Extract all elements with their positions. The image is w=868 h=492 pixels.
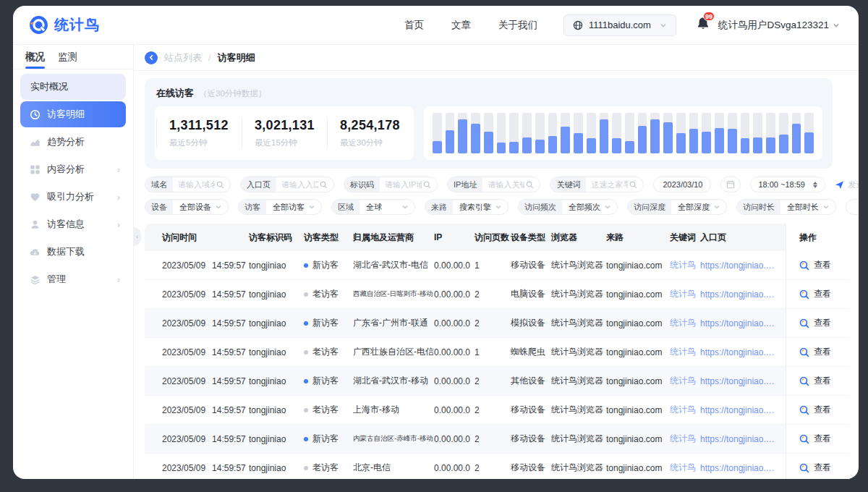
- device-type: 移动设备: [511, 433, 551, 445]
- sidebar-item-吸引力分析[interactable]: 吸引力分析 ›: [20, 184, 126, 210]
- filter-关键词[interactable]: 关键词 送速之家早的...: [550, 177, 644, 192]
- entry-page-link[interactable]: https://tongjiniao.12...: [700, 376, 786, 386]
- filter-入口页[interactable]: 入口页 请输入入口页网址: [240, 177, 334, 192]
- sidebar-item-数据下载[interactable]: 数据下载: [20, 239, 126, 265]
- filter-设备[interactable]: 设备 全部设备: [145, 199, 229, 215]
- filter-标识码[interactable]: 标识码 请输入IP地址: [344, 177, 438, 192]
- view-button[interactable]: 查看: [786, 454, 850, 479]
- user-menu[interactable]: 统计鸟用户DSvga123321: [718, 19, 840, 32]
- page-count: 2: [475, 289, 511, 300]
- stat-value: 1,311,512: [169, 118, 242, 133]
- view-button[interactable]: 查看: [786, 280, 850, 308]
- view-button[interactable]: 查看: [786, 338, 850, 366]
- time-range-input[interactable]: 18:00 ~18:59: [750, 177, 825, 192]
- sidebar-tab[interactable]: 概况: [25, 45, 45, 69]
- sidebar-item-实时概况[interactable]: 实时概况: [20, 74, 126, 100]
- chart-bar: [484, 113, 493, 153]
- referrer: tongjiniao.com: [606, 260, 670, 271]
- ip: 0.00.00.0: [434, 376, 475, 386]
- visitor-type: 老访客: [304, 404, 353, 416]
- site-selector[interactable]: 1111baidu.com: [563, 14, 676, 36]
- entry-page-link[interactable]: https://tongjiniao.12...: [700, 318, 786, 328]
- device-type: 移动设备: [511, 462, 551, 474]
- sidebar-item-趋势分析[interactable]: 趋势分析: [20, 129, 126, 155]
- table-row: 2023/05/0914:59:57 tongjiniao 老访客 广西壮族自治…: [145, 338, 850, 367]
- filter-IP地址[interactable]: IP地址 请输入关键词: [447, 177, 540, 192]
- chart-bar: [779, 113, 788, 153]
- type-dot-icon: [304, 350, 308, 355]
- device-type: 电脑设备: [511, 288, 551, 300]
- page-count: 2: [475, 463, 511, 473]
- keyword-link[interactable]: 统计鸟: [670, 288, 700, 300]
- online-stat: 8,254,178 最近30分钟: [327, 118, 412, 148]
- magnifier-icon: [799, 347, 809, 357]
- notification-bell[interactable]: 99: [697, 17, 710, 33]
- sidebar-item-管理[interactable]: 管理 ›: [20, 266, 126, 292]
- visitor-type: 老访客: [304, 462, 353, 474]
- entry-page-link[interactable]: https://tongjiniao.12...: [700, 347, 786, 357]
- stat-value: 3,021,131: [255, 118, 327, 133]
- view-button[interactable]: 查看: [786, 309, 850, 337]
- entry-page-link[interactable]: https://tongjiniao.12...: [700, 434, 786, 444]
- keyword-link[interactable]: 统计鸟: [670, 404, 700, 416]
- visitor-id: tongjiniao: [249, 463, 304, 473]
- chart-bar: [522, 113, 532, 153]
- keyword-link[interactable]: 统计鸟: [670, 259, 700, 271]
- filter-访问深度[interactable]: 访问深度 全部深度: [627, 199, 727, 215]
- chart-bar: [625, 113, 634, 153]
- sidebar-tab[interactable]: 监测: [58, 45, 77, 69]
- spinner-icon: [813, 182, 817, 188]
- chart-bar: [753, 113, 762, 153]
- chart-bar: [715, 113, 724, 153]
- keyword-link[interactable]: 统计鸟: [670, 462, 700, 474]
- table-row: 2023/05/0914:59:57 tongjiniao 新访客 内蒙古自治区…: [145, 425, 850, 454]
- send-button[interactable]: 发送: [835, 179, 859, 190]
- sidebar-item-访客信息[interactable]: 访客信息 ›: [20, 211, 126, 237]
- browser: 统计鸟浏览器: [551, 404, 606, 416]
- entry-page-link[interactable]: https://tongjiniao.12...: [700, 463, 786, 473]
- chart-bar: [804, 113, 814, 153]
- filter-访问频次[interactable]: 访问频次 全部频次: [518, 199, 618, 215]
- view-button[interactable]: 查看: [786, 367, 850, 395]
- reset-button[interactable]: 重置: [846, 199, 859, 215]
- nav-link[interactable]: 首页: [404, 19, 424, 32]
- page-title: 访客明细: [218, 51, 255, 64]
- logo-text: 统计鸟: [54, 15, 100, 35]
- view-button[interactable]: 查看: [786, 251, 850, 279]
- breadcrumb-site-list[interactable]: 站点列表: [164, 51, 202, 64]
- view-button[interactable]: 查看: [786, 396, 850, 424]
- filter-访客[interactable]: 访客 全部访客: [238, 199, 322, 215]
- entry-page-link[interactable]: https://tongjiniao.12...: [700, 289, 786, 300]
- entry-page-link[interactable]: https://tongjiniao.12...: [700, 260, 786, 271]
- chart-bar: [663, 113, 673, 153]
- chevron-down-icon: [713, 203, 720, 211]
- filter-来路[interactable]: 来路 搜索引擎: [425, 199, 509, 215]
- logo[interactable]: 统计鸟: [29, 15, 100, 35]
- keyword-link[interactable]: 统计鸟: [670, 375, 700, 387]
- sidebar-item-访客明细[interactable]: 访客明细: [20, 101, 126, 127]
- date-input[interactable]: 2023/03/10: [653, 177, 711, 192]
- ip: 0.00.00.0: [434, 318, 475, 328]
- view-button[interactable]: 查看: [786, 425, 850, 453]
- device-type: 移动设备: [511, 404, 551, 416]
- keyword-link[interactable]: 统计鸟: [670, 317, 700, 329]
- visitor-id: tongjiniao: [249, 289, 304, 300]
- filter-访问时长[interactable]: 访问时长 全部时长: [736, 199, 836, 215]
- page-count: 2: [475, 434, 511, 444]
- nav-link[interactable]: 关于我们: [498, 19, 537, 32]
- calendar-button[interactable]: [720, 177, 741, 192]
- search-icon: [526, 181, 534, 189]
- back-button[interactable]: [145, 51, 158, 64]
- visitor-id: tongjiniao: [249, 434, 304, 444]
- filter-区域[interactable]: 区域 全球: [331, 199, 415, 215]
- search-icon: [320, 181, 328, 189]
- keyword-link[interactable]: 统计鸟: [670, 433, 700, 445]
- filter-域名[interactable]: 域名 请输入域名: [145, 177, 231, 192]
- chevron-down-icon: [833, 22, 840, 29]
- visitor-type: 新访客: [304, 317, 353, 329]
- keyword-link[interactable]: 统计鸟: [670, 346, 700, 358]
- nav-link[interactable]: 文章: [451, 19, 471, 32]
- entry-page-link[interactable]: https://tongjiniao.12...: [700, 405, 786, 415]
- sidebar-item-内容分析[interactable]: 内容分析 ›: [20, 156, 126, 182]
- visitor-table: 访问时间访客标识码访客类型归属地及运营商IP访问页数设备类型浏览器来路关键词入口…: [145, 224, 850, 479]
